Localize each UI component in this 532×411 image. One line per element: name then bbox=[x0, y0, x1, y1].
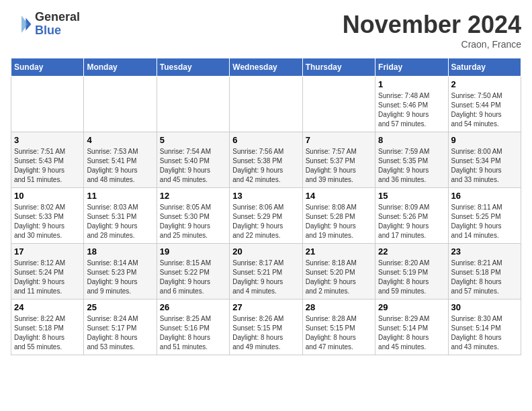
day-number: 10 bbox=[14, 191, 81, 201]
calendar-week-3: 10Sunrise: 8:02 AM Sunset: 5:33 PM Dayli… bbox=[11, 188, 521, 244]
day-info: Sunrise: 7:50 AM Sunset: 5:44 PM Dayligh… bbox=[451, 91, 518, 129]
day-info: Sunrise: 8:24 AM Sunset: 5:17 PM Dayligh… bbox=[87, 314, 153, 352]
day-info: Sunrise: 8:22 AM Sunset: 5:18 PM Dayligh… bbox=[14, 314, 81, 352]
day-number: 20 bbox=[232, 246, 299, 257]
calendar-cell: 28Sunrise: 8:28 AM Sunset: 5:15 PM Dayli… bbox=[302, 300, 375, 355]
day-number: 2 bbox=[451, 79, 518, 89]
svg-marker-1 bbox=[21, 15, 28, 33]
day-info: Sunrise: 7:56 AM Sunset: 5:38 PM Dayligh… bbox=[232, 147, 299, 185]
col-saturday: Saturday bbox=[448, 58, 521, 77]
day-info: Sunrise: 7:53 AM Sunset: 5:41 PM Dayligh… bbox=[87, 147, 153, 185]
calendar-cell: 25Sunrise: 8:24 AM Sunset: 5:17 PM Dayli… bbox=[84, 300, 157, 355]
calendar-cell: 23Sunrise: 8:21 AM Sunset: 5:18 PM Dayli… bbox=[448, 244, 521, 300]
calendar-week-5: 24Sunrise: 8:22 AM Sunset: 5:18 PM Dayli… bbox=[11, 300, 521, 355]
calendar-cell: 30Sunrise: 8:30 AM Sunset: 5:14 PM Dayli… bbox=[448, 300, 521, 355]
day-info: Sunrise: 8:00 AM Sunset: 5:34 PM Dayligh… bbox=[451, 147, 518, 185]
day-number: 17 bbox=[14, 246, 81, 257]
day-info: Sunrise: 7:57 AM Sunset: 5:37 PM Dayligh… bbox=[306, 147, 372, 185]
day-info: Sunrise: 8:28 AM Sunset: 5:15 PM Dayligh… bbox=[306, 314, 372, 352]
day-info: Sunrise: 8:08 AM Sunset: 5:28 PM Dayligh… bbox=[306, 203, 372, 240]
day-info: Sunrise: 8:29 AM Sunset: 5:14 PM Dayligh… bbox=[378, 314, 445, 352]
logo-text: General Blue bbox=[35, 11, 80, 38]
calendar-cell: 16Sunrise: 8:11 AM Sunset: 5:25 PM Dayli… bbox=[448, 188, 521, 244]
day-number: 26 bbox=[160, 302, 226, 312]
day-info: Sunrise: 8:06 AM Sunset: 5:29 PM Dayligh… bbox=[232, 203, 299, 240]
calendar-cell: 8Sunrise: 7:59 AM Sunset: 5:35 PM Daylig… bbox=[375, 132, 448, 188]
day-number: 13 bbox=[232, 191, 299, 201]
calendar-cell: 7Sunrise: 7:57 AM Sunset: 5:37 PM Daylig… bbox=[302, 132, 375, 188]
calendar-header: Sunday Monday Tuesday Wednesday Thursday… bbox=[11, 58, 521, 77]
day-number: 11 bbox=[87, 191, 153, 201]
day-number: 27 bbox=[232, 302, 299, 312]
calendar-cell: 2Sunrise: 7:50 AM Sunset: 5:44 PM Daylig… bbox=[448, 77, 521, 132]
calendar-cell: 5Sunrise: 7:54 AM Sunset: 5:40 PM Daylig… bbox=[157, 132, 229, 188]
title-section: November 2024 Craon, France bbox=[343, 11, 521, 50]
calendar-cell: 24Sunrise: 8:22 AM Sunset: 5:18 PM Dayli… bbox=[11, 300, 84, 355]
day-number: 9 bbox=[451, 135, 518, 145]
col-monday: Monday bbox=[84, 58, 157, 77]
calendar-cell: 11Sunrise: 8:03 AM Sunset: 5:31 PM Dayli… bbox=[84, 188, 157, 244]
calendar-cell: 27Sunrise: 8:26 AM Sunset: 5:15 PM Dayli… bbox=[230, 300, 302, 355]
day-info: Sunrise: 8:02 AM Sunset: 5:33 PM Dayligh… bbox=[14, 203, 81, 240]
day-number: 7 bbox=[306, 135, 372, 145]
day-number: 8 bbox=[378, 135, 445, 145]
day-number: 23 bbox=[451, 246, 518, 257]
day-info: Sunrise: 8:15 AM Sunset: 5:22 PM Dayligh… bbox=[160, 259, 226, 296]
calendar-cell: 15Sunrise: 8:09 AM Sunset: 5:26 PM Dayli… bbox=[375, 188, 448, 244]
calendar-cell: 4Sunrise: 7:53 AM Sunset: 5:41 PM Daylig… bbox=[84, 132, 157, 188]
day-info: Sunrise: 8:26 AM Sunset: 5:15 PM Dayligh… bbox=[232, 314, 299, 352]
col-sunday: Sunday bbox=[11, 58, 84, 77]
day-number: 14 bbox=[306, 191, 372, 201]
day-number: 3 bbox=[14, 135, 81, 145]
day-info: Sunrise: 8:21 AM Sunset: 5:18 PM Dayligh… bbox=[451, 259, 518, 296]
page-header: General Blue November 2024 Craon, France bbox=[11, 11, 521, 50]
day-number: 25 bbox=[87, 302, 153, 312]
calendar-cell bbox=[230, 77, 302, 132]
logo-icon bbox=[11, 13, 32, 35]
day-info: Sunrise: 8:05 AM Sunset: 5:30 PM Dayligh… bbox=[160, 203, 226, 240]
calendar-cell: 26Sunrise: 8:25 AM Sunset: 5:16 PM Dayli… bbox=[157, 300, 229, 355]
calendar-cell bbox=[84, 77, 157, 132]
day-number: 29 bbox=[378, 302, 445, 312]
day-info: Sunrise: 8:18 AM Sunset: 5:20 PM Dayligh… bbox=[306, 259, 372, 296]
calendar-week-2: 3Sunrise: 7:51 AM Sunset: 5:43 PM Daylig… bbox=[11, 132, 521, 188]
calendar-cell: 1Sunrise: 7:48 AM Sunset: 5:46 PM Daylig… bbox=[375, 77, 448, 132]
calendar-cell bbox=[302, 77, 375, 132]
calendar-cell bbox=[157, 77, 229, 132]
day-info: Sunrise: 8:17 AM Sunset: 5:21 PM Dayligh… bbox=[232, 259, 299, 296]
calendar-cell: 17Sunrise: 8:12 AM Sunset: 5:24 PM Dayli… bbox=[11, 244, 84, 300]
day-info: Sunrise: 7:51 AM Sunset: 5:43 PM Dayligh… bbox=[14, 147, 81, 185]
day-number: 21 bbox=[306, 246, 372, 257]
calendar-cell: 10Sunrise: 8:02 AM Sunset: 5:33 PM Dayli… bbox=[11, 188, 84, 244]
calendar-cell: 18Sunrise: 8:14 AM Sunset: 5:23 PM Dayli… bbox=[84, 244, 157, 300]
logo: General Blue bbox=[11, 11, 80, 38]
day-number: 5 bbox=[160, 135, 226, 145]
day-number: 19 bbox=[160, 246, 226, 257]
day-info: Sunrise: 8:12 AM Sunset: 5:24 PM Dayligh… bbox=[14, 259, 81, 296]
day-number: 12 bbox=[160, 191, 226, 201]
day-info: Sunrise: 8:25 AM Sunset: 5:16 PM Dayligh… bbox=[160, 314, 226, 352]
calendar-cell: 19Sunrise: 8:15 AM Sunset: 5:22 PM Dayli… bbox=[157, 244, 229, 300]
calendar-cell: 3Sunrise: 7:51 AM Sunset: 5:43 PM Daylig… bbox=[11, 132, 84, 188]
day-info: Sunrise: 8:09 AM Sunset: 5:26 PM Dayligh… bbox=[378, 203, 445, 240]
col-wednesday: Wednesday bbox=[230, 58, 302, 77]
day-info: Sunrise: 7:54 AM Sunset: 5:40 PM Dayligh… bbox=[160, 147, 226, 185]
day-info: Sunrise: 8:03 AM Sunset: 5:31 PM Dayligh… bbox=[87, 203, 153, 240]
day-number: 22 bbox=[378, 246, 445, 257]
col-friday: Friday bbox=[375, 58, 448, 77]
calendar-cell bbox=[11, 77, 84, 132]
day-number: 24 bbox=[14, 302, 81, 312]
calendar-cell: 13Sunrise: 8:06 AM Sunset: 5:29 PM Dayli… bbox=[230, 188, 302, 244]
day-info: Sunrise: 8:30 AM Sunset: 5:14 PM Dayligh… bbox=[451, 314, 518, 352]
weekday-row: Sunday Monday Tuesday Wednesday Thursday… bbox=[11, 58, 521, 77]
day-number: 15 bbox=[378, 191, 445, 201]
day-number: 30 bbox=[451, 302, 518, 312]
col-tuesday: Tuesday bbox=[157, 58, 229, 77]
day-info: Sunrise: 8:20 AM Sunset: 5:19 PM Dayligh… bbox=[378, 259, 445, 296]
day-info: Sunrise: 8:11 AM Sunset: 5:25 PM Dayligh… bbox=[451, 203, 518, 240]
calendar-table: Sunday Monday Tuesday Wednesday Thursday… bbox=[11, 58, 521, 355]
calendar-cell: 21Sunrise: 8:18 AM Sunset: 5:20 PM Dayli… bbox=[302, 244, 375, 300]
month-title: November 2024 bbox=[343, 11, 521, 39]
calendar-cell: 14Sunrise: 8:08 AM Sunset: 5:28 PM Dayli… bbox=[302, 188, 375, 244]
calendar-cell: 6Sunrise: 7:56 AM Sunset: 5:38 PM Daylig… bbox=[230, 132, 302, 188]
